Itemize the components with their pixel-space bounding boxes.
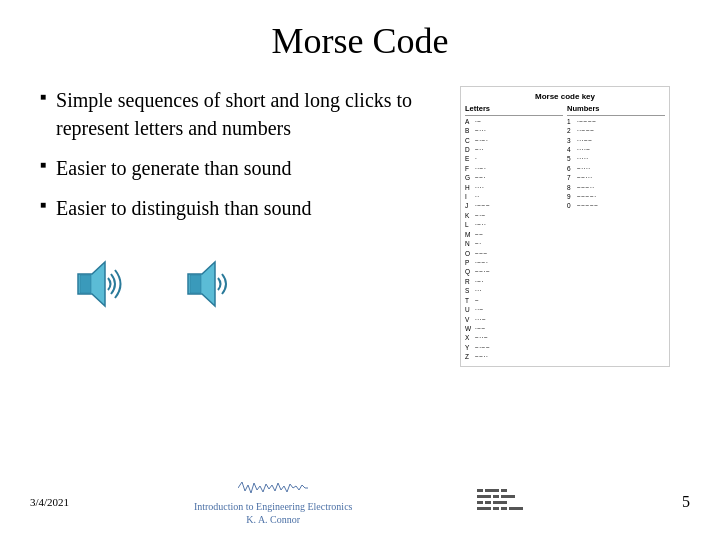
svg-rect-16: [509, 507, 523, 510]
morse-number: 5: [567, 154, 577, 163]
morse-number: 6: [567, 164, 577, 173]
morse-letter-row: M−−: [465, 230, 563, 239]
morse-letter-row: N−·: [465, 239, 563, 248]
morse-letter-row: U··−: [465, 305, 563, 314]
morse-number-row: 1·−−−−: [567, 117, 665, 126]
morse-letter: W: [465, 324, 475, 333]
morse-number-row: 3···−−: [567, 136, 665, 145]
morse-number-code: ·−−−−: [577, 117, 665, 126]
morse-letter-row: O−−−: [465, 249, 563, 258]
morse-number-code: −−···: [577, 173, 665, 182]
morse-letter-row: P·−−·: [465, 258, 563, 267]
morse-letters-list: A·−B−···C−·−·D−··E·F··−·G−−·H····I··J·−−…: [465, 117, 563, 362]
footer-wave-icon: [238, 477, 308, 499]
svg-rect-7: [477, 495, 491, 498]
morse-letter: X: [465, 333, 475, 342]
morse-code: −: [475, 296, 563, 305]
letters-column: Letters A·−B−···C−·−·D−··E·F··−·G−−·H···…: [465, 104, 563, 361]
svg-marker-3: [190, 275, 201, 293]
bullet-text-1: Simple sequences of short and long click…: [56, 86, 450, 142]
footer-page-number: 5: [682, 493, 690, 511]
morse-numbers-list: 1·−−−−2··−−−3···−−4····−5·····6−····7−−·…: [567, 117, 665, 211]
morse-letter-row: E·: [465, 154, 563, 163]
slide-title: Morse Code: [40, 20, 680, 62]
morse-number-code: ····−: [577, 145, 665, 154]
morse-code: −−·: [475, 173, 563, 182]
svg-rect-8: [493, 495, 499, 498]
morse-letter-row: V···−: [465, 315, 563, 324]
morse-letter: A: [465, 117, 475, 126]
svg-rect-9: [501, 495, 515, 498]
svg-rect-10: [477, 501, 483, 504]
morse-letter-row: H····: [465, 183, 563, 192]
footer-center: Introduction to Engineering Electronics …: [194, 477, 353, 526]
morse-letter-row: K−·−: [465, 211, 563, 220]
footer: 3/4/2021 Introduction to Engineering Ele…: [0, 477, 720, 526]
morse-letter-row: Y−·−−: [465, 343, 563, 352]
morse-code: ····: [475, 183, 563, 192]
morse-letter-row: A·−: [465, 117, 563, 126]
right-column: Morse code key Letters A·−B−···C−·−·D−··…: [460, 86, 680, 367]
morse-letter-row: T−: [465, 296, 563, 305]
morse-letter: J: [465, 201, 475, 210]
svg-rect-6: [501, 489, 507, 492]
morse-code: ·−−: [475, 324, 563, 333]
morse-letter-row: J·−−−: [465, 201, 563, 210]
morse-letter: E: [465, 154, 475, 163]
svg-rect-11: [485, 501, 491, 504]
morse-number-code: ··−−−: [577, 126, 665, 135]
morse-code: ···: [475, 286, 563, 295]
morse-code: −··: [475, 145, 563, 154]
morse-code: −·: [475, 239, 563, 248]
footer-course: Introduction to Engineering Electronics …: [194, 500, 353, 526]
morse-number-row: 7−−···: [567, 173, 665, 182]
morse-number-row: 6−····: [567, 164, 665, 173]
morse-letter: V: [465, 315, 475, 324]
speaker-icons-row: [70, 254, 450, 314]
footer-morse-diagram: [477, 487, 557, 517]
morse-number-code: −−−−·: [577, 192, 665, 201]
morse-letter: Z: [465, 352, 475, 361]
morse-number-row: 8−−−··: [567, 183, 665, 192]
morse-letter-row: L·−··: [465, 220, 563, 229]
morse-number: 9: [567, 192, 577, 201]
morse-code: ·−−−: [475, 201, 563, 210]
bullet-item-1: ■ Simple sequences of short and long cli…: [40, 86, 450, 142]
morse-code: −·−: [475, 211, 563, 220]
morse-letter: P: [465, 258, 475, 267]
morse-number: 4: [567, 145, 577, 154]
morse-letter: H: [465, 183, 475, 192]
morse-code: −−−: [475, 249, 563, 258]
morse-code: −−: [475, 230, 563, 239]
content-area: ■ Simple sequences of short and long cli…: [40, 86, 680, 367]
morse-letter-row: D−··: [465, 145, 563, 154]
letters-header: Letters: [465, 104, 563, 116]
morse-number-code: ·····: [577, 154, 665, 163]
morse-code: −·−·: [475, 136, 563, 145]
morse-key-box: Morse code key Letters A·−B−···C−·−·D−··…: [460, 86, 670, 367]
morse-letter-row: S···: [465, 286, 563, 295]
morse-letter-row: Z−−··: [465, 352, 563, 361]
morse-letter: S: [465, 286, 475, 295]
morse-code: ·−·: [475, 277, 563, 286]
morse-letter-row: C−·−·: [465, 136, 563, 145]
morse-number: 3: [567, 136, 577, 145]
morse-number: 0: [567, 201, 577, 210]
svg-rect-14: [493, 507, 499, 510]
svg-rect-5: [485, 489, 499, 492]
morse-letter-row: G−−·: [465, 173, 563, 182]
morse-letter: C: [465, 136, 475, 145]
morse-letter: M: [465, 230, 475, 239]
numbers-column: Numbers 1·−−−−2··−−−3···−−4····−5·····6−…: [567, 104, 665, 361]
morse-letter: I: [465, 192, 475, 201]
left-column: ■ Simple sequences of short and long cli…: [40, 86, 450, 367]
morse-letter: F: [465, 164, 475, 173]
morse-code: ··−·: [475, 164, 563, 173]
morse-letter: G: [465, 173, 475, 182]
morse-number-code: −····: [577, 164, 665, 173]
morse-number: 8: [567, 183, 577, 192]
morse-number-row: 9−−−−·: [567, 192, 665, 201]
morse-code: ···−: [475, 315, 563, 324]
bullet-dot-3: ■: [40, 198, 46, 212]
morse-code: −−··: [475, 352, 563, 361]
